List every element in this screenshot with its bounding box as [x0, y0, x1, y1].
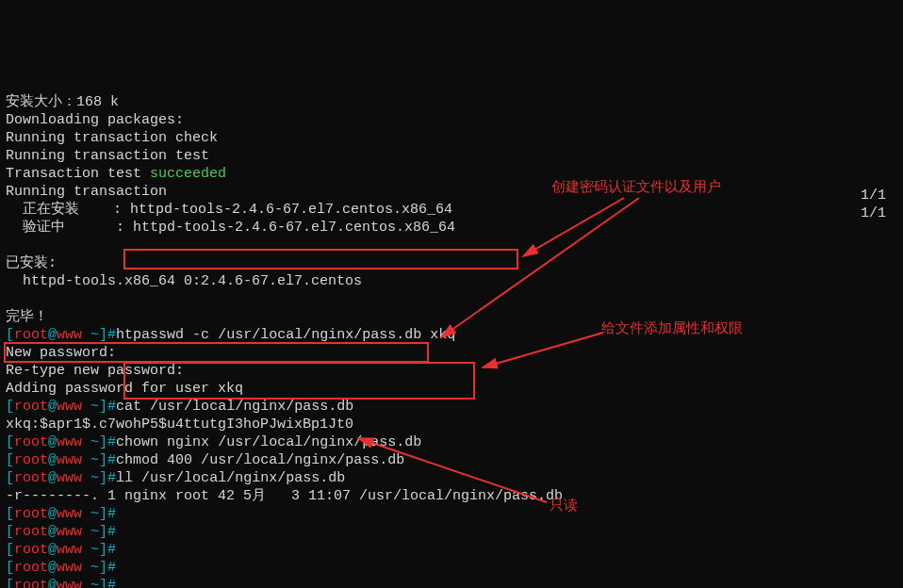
prompt-at: @: [48, 506, 57, 522]
line-new-password: New password:: [6, 345, 116, 361]
prompt-user: root: [14, 327, 48, 343]
prompt-path: ~: [82, 327, 99, 343]
prompt-hash: #: [107, 434, 116, 450]
prompt-host: www: [57, 470, 82, 486]
prompt-open: [: [6, 506, 14, 522]
prompt-user: root: [14, 434, 48, 450]
text-succeeded: succeeded: [150, 166, 226, 182]
prompt-host: www: [57, 506, 82, 522]
cmd-cat: cat /usr/local/nginx/pass.db: [116, 399, 353, 415]
line-install-size: 安装大小：168 k: [6, 94, 119, 110]
annotation-create-passfile: 创建密码认证文件以及用户: [551, 177, 721, 195]
prompt-path: ~: [82, 434, 99, 450]
line-downloading: Downloading packages:: [6, 112, 184, 128]
prompt-host: www: [57, 524, 82, 540]
prompt-user: root: [14, 506, 48, 522]
line-installed-header: 已安装:: [6, 255, 57, 271]
prompt-at: @: [48, 327, 57, 343]
prompt-user: root: [14, 470, 48, 486]
cmd-chown: chown nginx /usr/local/nginx/pass.db: [116, 434, 421, 450]
prompt-user: root: [14, 524, 48, 540]
line-trans-result-prefix: Transaction test: [6, 166, 150, 182]
prompt-open: [: [6, 524, 14, 540]
prompt-open: [: [6, 560, 14, 576]
prompt-hash: #: [107, 560, 116, 576]
line-retype-password: Re-type new password:: [6, 363, 184, 379]
prompt-close: ]: [99, 578, 107, 588]
prompt-host: www: [57, 542, 82, 558]
ratio-1: 1/1: [861, 187, 886, 204]
prompt-open: [: [6, 542, 14, 558]
terminal-output[interactable]: 安装大小：168 k Downloading packages: Running…: [6, 75, 897, 588]
prompt-close: ]: [99, 470, 107, 486]
line-trans-check: Running transaction check: [6, 130, 218, 146]
prompt-close: ]: [99, 506, 107, 522]
line-verifying: 验证中 : httpd-tools-2.4.6-67.el7.centos.x8…: [6, 220, 455, 236]
line-installing: 正在安装 : httpd-tools-2.4.6-67.el7.centos.x…: [6, 202, 452, 218]
prompt-path: ~: [82, 524, 99, 540]
line-done: 完毕！: [6, 309, 48, 325]
prompt-host: www: [57, 327, 82, 343]
prompt-path: ~: [82, 452, 99, 468]
prompt-hash: #: [107, 506, 116, 522]
prompt-open: [: [6, 399, 14, 415]
prompt-path: ~: [82, 578, 99, 588]
cmd-htpasswd: htpasswd -c /usr/local/nginx/pass.db xkq: [116, 327, 455, 343]
prompt-close: ]: [99, 524, 107, 540]
prompt-user: root: [14, 399, 48, 415]
prompt-path: ~: [82, 542, 99, 558]
prompt-open: [: [6, 434, 14, 450]
prompt-at: @: [48, 542, 57, 558]
prompt-close: ]: [99, 452, 107, 468]
prompt-host: www: [57, 578, 82, 588]
prompt-user: root: [14, 578, 48, 588]
prompt-hash: #: [107, 578, 116, 588]
prompt-at: @: [48, 470, 57, 486]
cmd-chmod: chmod 400 /usr/local/nginx/pass.db: [116, 452, 404, 468]
prompt-host: www: [57, 560, 82, 576]
prompt-open: [: [6, 327, 14, 343]
prompt-close: ]: [99, 542, 107, 558]
prompt-hash: #: [107, 470, 116, 486]
prompt-path: ~: [82, 399, 99, 415]
line-ll-output: -r--------. 1 nginx root 42 5月 3 11:07 /…: [6, 488, 563, 504]
line-running-trans: Running transaction: [6, 184, 167, 200]
prompt-open: [: [6, 470, 14, 486]
prompt-user: root: [14, 452, 48, 468]
prompt-hash: #: [107, 399, 116, 415]
prompt-user: root: [14, 560, 48, 576]
prompt-open: [: [6, 452, 14, 468]
prompt-host: www: [57, 434, 82, 450]
prompt-hash: #: [107, 452, 116, 468]
prompt-at: @: [48, 452, 57, 468]
line-trans-test: Running transaction test: [6, 148, 209, 164]
cmd-ll: ll /usr/local/nginx/pass.db: [116, 470, 345, 486]
prompt-path: ~: [82, 560, 99, 576]
prompt-host: www: [57, 399, 82, 415]
prompt-close: ]: [99, 560, 107, 576]
prompt-hash: #: [107, 524, 116, 540]
prompt-at: @: [48, 434, 57, 450]
line-installed-pkg: httpd-tools.x86_64 0:2.4.6-67.el7.centos: [6, 273, 362, 289]
ratio-2: 1/1: [861, 204, 886, 222]
prompt-at: @: [48, 560, 57, 576]
prompt-at: @: [48, 524, 57, 540]
prompt-open: [: [6, 578, 14, 588]
prompt-user: root: [14, 542, 48, 558]
prompt-close: ]: [99, 434, 107, 450]
prompt-hash: #: [107, 542, 116, 558]
annotation-readonly: 只读: [550, 496, 578, 514]
prompt-hash: #: [107, 327, 116, 343]
prompt-close: ]: [99, 399, 107, 415]
prompt-host: www: [57, 452, 82, 468]
prompt-close: ]: [99, 327, 107, 343]
prompt-path: ~: [82, 470, 99, 486]
line-passdb-content: xkq:$apr1$.c7wohP5$u4ttutgI3hoPJwixBp1Jt…: [6, 416, 353, 433]
line-adding-password: Adding password for user xkq: [6, 381, 243, 397]
prompt-at: @: [48, 399, 57, 415]
prompt-at: @: [48, 578, 57, 588]
prompt-path: ~: [82, 506, 99, 522]
annotation-set-permissions: 给文件添加属性和权限: [601, 318, 743, 336]
